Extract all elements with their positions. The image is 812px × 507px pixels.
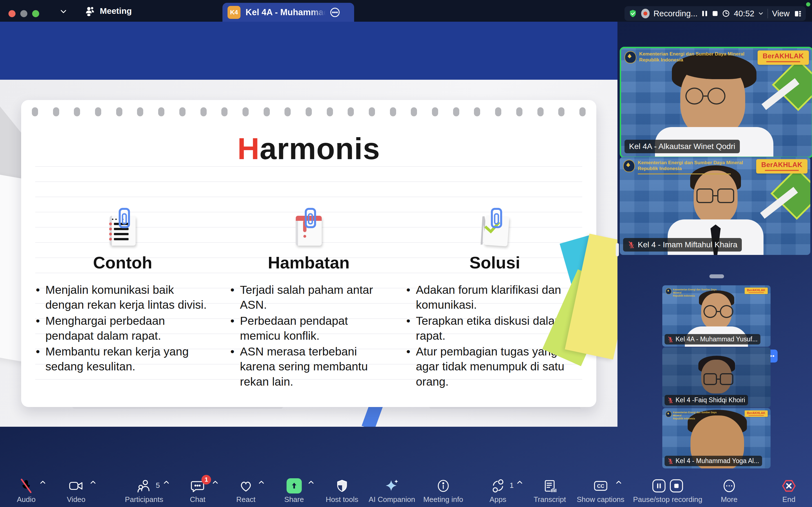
mic-muted-icon bbox=[19, 478, 34, 493]
view-layout-icon[interactable] bbox=[794, 9, 802, 18]
berakhlak-badge: BerAKHLAK bbox=[756, 159, 808, 173]
participant-name-label: Kel 4 -Faiq Shidqi Khoiri bbox=[665, 395, 748, 405]
ministry-banner: Kementerian Energi dan Sumber Daya Miner… bbox=[623, 160, 743, 174]
recording-indicator-icon bbox=[641, 9, 649, 18]
more-button[interactable]: More bbox=[721, 478, 737, 504]
recording-label: Recording... bbox=[654, 9, 698, 18]
apps-button[interactable]: 1 Apps bbox=[490, 478, 506, 504]
captions-chevron-icon[interactable] bbox=[615, 480, 622, 486]
tab-options-icon[interactable] bbox=[329, 6, 341, 18]
bullet-item: Menjalin komunikasi baik dengan rekan ke… bbox=[45, 283, 210, 313]
minimize-window-button[interactable] bbox=[20, 10, 28, 17]
ministry-banner: Kementerian Energi dan Sumber Daya Miner… bbox=[666, 288, 718, 297]
bullet-item: Perbedaan pendapat memicu konflik. bbox=[240, 314, 388, 344]
bullet-item: ASN merasa terbebani karena sering memba… bbox=[240, 344, 388, 389]
share-button[interactable]: Share bbox=[284, 478, 304, 504]
pause-recording-icon[interactable] bbox=[652, 478, 666, 493]
bullet-item: Adakan forum klarifikasi dan komunikasi. bbox=[416, 283, 584, 313]
clock-icon bbox=[722, 9, 730, 18]
berakhlak-badge: BerAKHLAK bbox=[758, 50, 809, 65]
transcript-icon bbox=[543, 478, 557, 493]
timer-chevron-icon[interactable] bbox=[758, 10, 763, 17]
heart-icon bbox=[239, 478, 253, 493]
sidebar-scroll-handle[interactable] bbox=[616, 243, 619, 256]
note-list-icon bbox=[107, 211, 139, 247]
chat-badge: 1 bbox=[202, 475, 211, 485]
ministry-banner: Kementerian Energi dan Sumber Daya Miner… bbox=[666, 411, 718, 420]
show-captions-button[interactable]: CC Show captions bbox=[576, 478, 624, 504]
meeting-status-cluster: Recording... 40:52 View bbox=[624, 6, 806, 21]
share-chevron-icon[interactable] bbox=[308, 480, 314, 486]
video-tile-faiq[interactable]: Kel 4 -Faiq Shidqi Khoiri bbox=[662, 347, 770, 407]
share-screen-icon bbox=[287, 478, 302, 494]
pause-stop-recording-button[interactable]: Pause/stop recording bbox=[633, 478, 702, 504]
column-header: Contoh bbox=[93, 253, 152, 272]
bullet-list: Terjadi salah paham antar ASN. Perbedaan… bbox=[230, 283, 388, 390]
video-tile-imam[interactable]: Kementerian Energi dan Sumber Daya Miner… bbox=[620, 157, 810, 255]
view-button[interactable]: View bbox=[772, 9, 790, 18]
tab-shared-screen[interactable]: K4 Kel 4A - Muhammad...'s scree bbox=[222, 3, 354, 22]
note-exclamation-icon bbox=[293, 211, 324, 247]
video-tile-yoga[interactable]: Kementerian Energi dan Sumber Daya Miner… bbox=[662, 408, 770, 468]
pause-recording-icon[interactable] bbox=[702, 9, 708, 18]
host-tools-button[interactable]: Host tools bbox=[326, 478, 358, 504]
notebook-card: Harmonis Contoh Menjalin komun bbox=[21, 100, 596, 407]
audio-chevron-icon[interactable] bbox=[40, 480, 46, 486]
tab-meeting[interactable]: Meeting bbox=[85, 4, 132, 18]
transcript-button[interactable]: Transcript bbox=[534, 478, 566, 504]
muted-mic-icon bbox=[627, 241, 635, 248]
participant-name-label: Kel 4 - Imam Miftahul Khaira bbox=[623, 238, 742, 251]
shared-screen: Harmonis Contoh Menjalin komun bbox=[0, 80, 617, 427]
meeting-toolbar: Audio Video 5 Participants bbox=[0, 476, 812, 507]
meeting-tab-label: Meeting bbox=[100, 6, 132, 16]
slide-columns: Contoh Menjalin komunikasi baik dengan r… bbox=[30, 211, 588, 390]
apps-icon bbox=[491, 478, 505, 493]
participant-name-label: Kel 4A - Muhammad Yusuf... bbox=[665, 334, 760, 344]
meeting-timer: 40:52 bbox=[734, 9, 755, 18]
apps-chevron-icon[interactable] bbox=[516, 480, 523, 486]
zoom-content-background bbox=[0, 22, 617, 80]
video-tile-alkautsar[interactable]: Kementerian Energi dan Sumber Daya Miner… bbox=[620, 47, 812, 158]
participants-button[interactable]: 5 Participants bbox=[125, 478, 163, 504]
cc-icon: CC bbox=[593, 478, 608, 493]
stop-recording-icon[interactable] bbox=[712, 10, 718, 17]
ministry-logo-icon bbox=[623, 160, 635, 172]
bullet-list: Menjalin komunikasi baik dengan rekan ke… bbox=[35, 283, 210, 375]
column-hambatan: Hambatan Terjadi salah paham antar ASN. … bbox=[216, 211, 402, 390]
spiral-holes bbox=[32, 107, 586, 116]
zoom-window-button[interactable] bbox=[32, 10, 39, 17]
react-chevron-icon[interactable] bbox=[258, 480, 264, 486]
muted-mic-icon bbox=[667, 336, 673, 342]
info-icon bbox=[436, 478, 450, 493]
muted-mic-icon bbox=[667, 397, 673, 403]
close-window-button[interactable] bbox=[8, 10, 15, 17]
react-button[interactable]: React bbox=[236, 478, 255, 504]
title-bar: Meeting K4 Kel 4A - Muhammad...'s scree … bbox=[0, 0, 812, 22]
video-chevron-icon[interactable] bbox=[90, 480, 96, 486]
video-button[interactable]: Video bbox=[67, 478, 86, 504]
note-check-icon bbox=[479, 211, 511, 247]
muted-mic-icon bbox=[667, 458, 673, 464]
svg-text:CC: CC bbox=[597, 483, 604, 489]
sidebar-resize-handle[interactable] bbox=[709, 274, 724, 278]
participants-chevron-icon[interactable] bbox=[163, 480, 169, 486]
participant-name-label: Kel 4 - Muhammad Yoga Al... bbox=[665, 456, 762, 466]
berakhlak-badge: BerAKHLAK bbox=[745, 288, 768, 294]
chat-chevron-icon[interactable] bbox=[212, 480, 218, 486]
camera-icon bbox=[68, 478, 84, 493]
column-header: Solusi bbox=[469, 253, 520, 272]
bullet-item: Membantu rekan kerja yang sedang kesulit… bbox=[45, 344, 210, 374]
meeting-info-button[interactable]: Meeting info bbox=[423, 478, 463, 504]
chevron-down-icon[interactable] bbox=[60, 8, 67, 15]
ai-companion-button[interactable]: AI Companion bbox=[369, 478, 415, 504]
participant-name-label: Kel 4A - Alkautsar Winet Qodri bbox=[624, 140, 740, 153]
end-hexagon-icon bbox=[781, 478, 797, 493]
video-tile-yusuf[interactable]: Kementerian Energi dan Sumber Daya Miner… bbox=[662, 285, 770, 347]
tab-label: Kel 4A - Muhammad...'s scree bbox=[246, 7, 327, 17]
chat-button[interactable]: 1 Chat bbox=[190, 478, 206, 504]
column-solusi: Solusi Adakan forum klarifikasi dan komu… bbox=[402, 211, 588, 390]
end-meeting-button[interactable]: End bbox=[781, 478, 797, 504]
audio-button[interactable]: Audio bbox=[17, 478, 36, 504]
stop-recording-icon[interactable] bbox=[669, 478, 684, 493]
column-contoh: Contoh Menjalin komunikasi baik dengan r… bbox=[30, 211, 216, 390]
